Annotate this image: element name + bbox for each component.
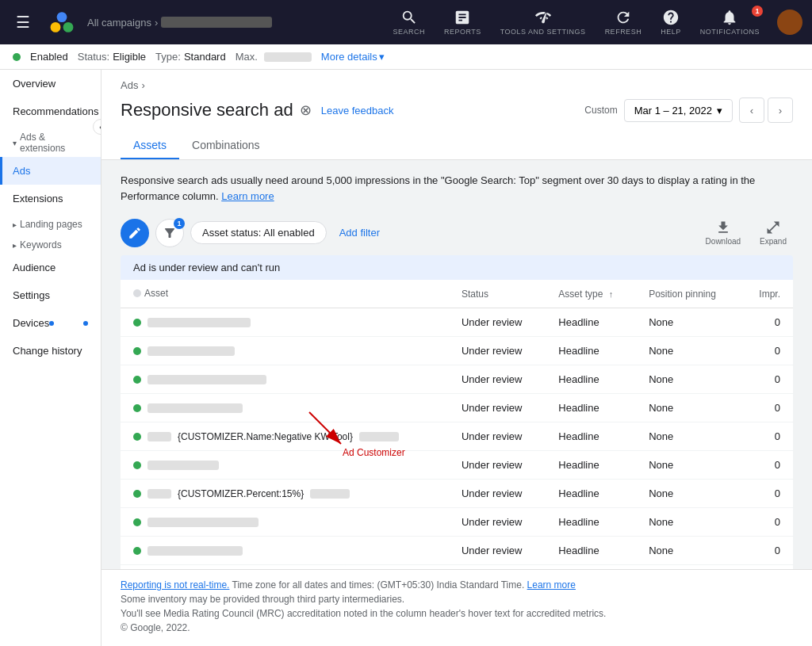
asset-cell <box>121 394 449 422</box>
tab-combinations[interactable]: Combinations <box>179 132 273 159</box>
date-next-button[interactable]: › <box>768 97 793 123</box>
search-label: SEARCH <box>393 28 425 36</box>
more-details-link[interactable]: More details ▾ <box>321 51 385 63</box>
status-cell: Under review <box>449 451 546 480</box>
tools-label: TOOLS AND SETTINGS <box>500 28 586 36</box>
sidebar-section-landing-pages[interactable]: ▸ Landing pages <box>0 212 101 233</box>
notifications-nav-item[interactable]: 1 Notifications <box>692 6 768 39</box>
sidebar-item-change-history[interactable]: Change history <box>0 337 101 365</box>
sidebar-item-audience[interactable]: Audience <box>0 254 101 281</box>
table-row: {CUSTOMIZER.Name:Negative KW Tool} Under… <box>121 422 793 451</box>
date-navigation: ‹ › <box>739 97 793 123</box>
content-header: Ads › Responsive search ad ⊗ Leave feedb… <box>102 70 812 160</box>
impr-cell: 0 <box>741 537 793 565</box>
close-icon[interactable]: ⊗ <box>300 101 312 119</box>
status-cell: Under review <box>449 337 546 365</box>
tab-assets[interactable]: Assets <box>121 132 179 159</box>
review-banner: Ad is under review and can't run <box>121 255 793 280</box>
impr-cell: 0 <box>741 337 793 365</box>
download-button[interactable]: Download <box>699 216 747 249</box>
all-campaigns-link[interactable]: All campaigns <box>87 17 151 29</box>
search-nav-item[interactable]: SEARCH <box>385 6 433 39</box>
impr-cell: 0 <box>741 422 793 451</box>
position-pinning-cell: None <box>636 365 741 394</box>
breadcrumb-sep: › <box>155 17 158 29</box>
hamburger-menu[interactable]: ☰ <box>10 6 36 38</box>
impr-cell: 0 <box>741 365 793 394</box>
max-item: Max. <box>236 51 312 63</box>
reporting-note-link[interactable]: Reporting is not real-time. <box>121 579 229 591</box>
row-status-dot <box>133 433 141 441</box>
breadcrumb-arrow: › <box>141 79 144 91</box>
date-range-button[interactable]: Mar 1 – 21, 2022 ▾ <box>624 99 733 122</box>
asset-type-cell: Headline <box>546 365 636 394</box>
table-row: Under review Headline None 0 <box>121 337 793 365</box>
notifications-label: Notifications <box>700 28 760 36</box>
col-header-asset-type[interactable]: Asset type ↑ <box>546 280 636 308</box>
asset-status-filter[interactable]: Asset status: All enabled <box>190 221 327 244</box>
sidebar-item-extensions[interactable]: Extensions <box>0 185 101 212</box>
edit-button[interactable] <box>121 219 149 247</box>
table-row: {CUSTOMIZER.Percent:15%} Under review He… <box>121 480 793 508</box>
asset-type-cell: Headline <box>546 508 636 537</box>
reports-nav-item[interactable]: REPORTS <box>436 6 489 39</box>
date-prev-button[interactable]: ‹ <box>739 97 764 123</box>
asset-blurred-text <box>147 375 266 384</box>
asset-cell: {CUSTOMIZER.Name:Negative KW Tool} <box>121 422 449 451</box>
sidebar-item-overview[interactable]: Overview <box>0 70 101 97</box>
status-label: Status: <box>78 51 109 63</box>
refresh-nav-item[interactable]: REFRESH <box>597 6 650 39</box>
inner-breadcrumb[interactable]: Ads › <box>121 79 793 91</box>
asset-blurred-text <box>147 403 243 413</box>
table-row: Under review Headline None 0 <box>121 394 793 422</box>
impr-cell: 0 <box>741 480 793 508</box>
sidebar-section-keywords[interactable]: ▸ Keywords <box>0 233 101 254</box>
leave-feedback-link[interactable]: Leave feedback <box>321 105 394 117</box>
sort-icon: ↑ <box>609 289 614 299</box>
sidebar-item-settings[interactable]: Settings <box>0 281 101 309</box>
sidebar-item-recommendations[interactable]: Recommendations <box>0 97 101 125</box>
footer-line-2: Some inventory may be provided through t… <box>121 594 793 605</box>
table-section: Responsive search ads usually need aroun… <box>102 160 812 569</box>
sidebar-item-ads[interactable]: Ads <box>0 157 101 185</box>
table-header-row: Asset Status Asset type ↑ Position pinni… <box>121 280 793 308</box>
toolbar-right: Download Expand <box>699 216 793 249</box>
row-status-dot <box>133 376 141 384</box>
table-row: Under review Headline None 0 <box>121 451 793 480</box>
refresh-label: REFRESH <box>605 28 642 36</box>
learn-more-link[interactable]: Learn more <box>221 190 274 202</box>
asset-blurred-text <box>147 546 243 556</box>
toolbar: 1 Asset status: All enabled Add filter D… <box>121 216 793 249</box>
col-header-asset: Asset <box>121 280 449 308</box>
chevron-icon: ▸ <box>13 220 17 229</box>
asset-type-cell: Headline <box>546 451 636 480</box>
app-logo <box>43 10 81 35</box>
learn-more-footer-link[interactable]: Learn more <box>527 579 576 591</box>
notification-badge: 1 <box>752 6 763 17</box>
sidebar-section-ads-extensions[interactable]: ▾ Ads & extensions <box>0 125 101 157</box>
row-status-dot <box>133 319 141 327</box>
status-cell: Under review <box>449 508 546 537</box>
asset-blurred-text <box>147 461 219 470</box>
asset-blurred-text <box>147 346 235 356</box>
expand-button[interactable]: Expand <box>753 216 793 249</box>
filter-button[interactable]: 1 <box>155 219 184 247</box>
asset-blurred-text <box>147 318 251 327</box>
asset-type-cell: Headline <box>546 308 636 337</box>
tools-nav-item[interactable]: TOOLS AND SETTINGS <box>492 6 594 39</box>
main-layout: Overview Recommendations ▾ Ads & extensi… <box>0 70 812 646</box>
status-cell: Under review <box>449 394 546 422</box>
sidebar-item-devices[interactable]: Devices <box>0 309 101 337</box>
type-label: Type: <box>155 51 181 63</box>
user-avatar[interactable] <box>777 10 802 35</box>
help-nav-item[interactable]: HELP <box>653 6 689 39</box>
position-pinning-cell: None <box>636 308 741 337</box>
page-title: Responsive search ad ⊗ <box>121 100 312 120</box>
add-filter-button[interactable]: Add filter <box>333 222 386 243</box>
status-bar: Enabled Status: Eligible Type: Standard … <box>0 44 812 70</box>
status-cell: Under review <box>449 480 546 508</box>
asset-type-cell: Headline <box>546 537 636 565</box>
date-selector: Custom Mar 1 – 21, 2022 ▾ ‹ › <box>584 97 793 123</box>
impr-cell: 0 <box>741 308 793 337</box>
chevron-icon: ▾ <box>13 139 17 147</box>
